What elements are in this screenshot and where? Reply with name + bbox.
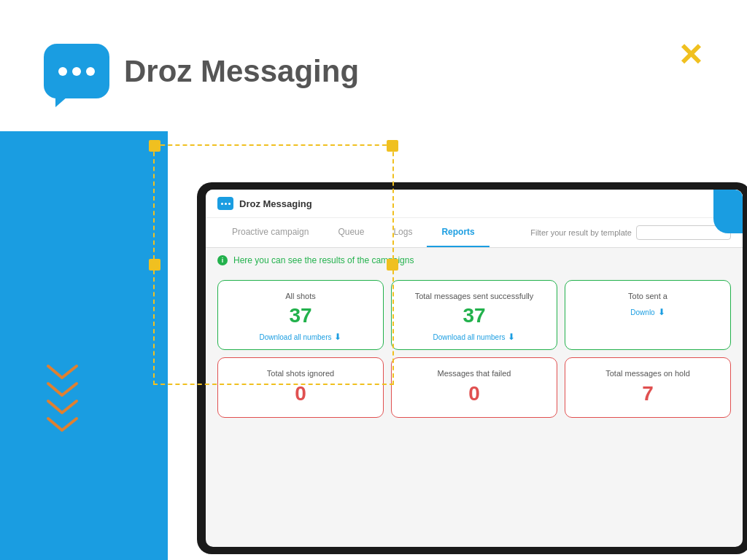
filter-section: Filter your result by template [530, 225, 731, 240]
stat-value-all-shots: 37 [227, 306, 374, 326]
stat-label-messages-on-hold: Total messages on hold [574, 368, 721, 378]
stat-card-sent-successfully: Total messages sent successfully 37 Down… [391, 280, 557, 350]
download-icon-3: ⬇ [658, 307, 665, 317]
inner-dot-1 [221, 203, 223, 205]
logo-dot-1 [58, 67, 67, 76]
header: Droz Messaging [44, 44, 359, 98]
selection-handle-tr[interactable] [387, 140, 398, 152]
stat-label-messages-failed: Messages that failed [400, 368, 548, 378]
stat-value-messages-failed: 0 [400, 384, 548, 404]
stat-value-sent-successfully: 37 [400, 306, 548, 326]
info-icon: i [217, 255, 228, 265]
app-logo-icon [44, 44, 109, 98]
inner-dot-2 [225, 203, 227, 205]
stat-card-messages-failed: Messages that failed 0 [391, 357, 557, 417]
device-frame: Droz Messaging Proactive campaign Queue … [197, 182, 747, 554]
tab-logs[interactable]: Logs [379, 218, 427, 247]
filter-label: Filter your result by template [530, 228, 632, 237]
stat-value-shots-ignored: 0 [227, 384, 374, 404]
stat-download-all-shots[interactable]: Download all numbers ⬇ [227, 332, 374, 342]
logo-dot-2 [72, 67, 81, 76]
nav-tabs: Proactive campaign Queue Logs Reports Fi… [206, 218, 743, 248]
blue-accent-decoration [713, 190, 743, 233]
stat-label-all-shots: All shots [227, 291, 374, 301]
blue-background [0, 131, 168, 560]
close-button[interactable]: ✕ [678, 40, 703, 71]
stat-card-toto-sent: Toto sent a Downlo ⬇ [565, 280, 731, 350]
inner-dot-3 [228, 203, 231, 205]
tab-proactive-campaign[interactable]: Proactive campaign [217, 218, 323, 247]
inner-app-title: Droz Messaging [239, 198, 312, 209]
info-message: Here you can see the results of the camp… [233, 255, 414, 265]
device-screen: Droz Messaging Proactive campaign Queue … [206, 190, 743, 547]
chevron-arrows [42, 357, 82, 438]
bottom-stats-grid: Total shots ignored 0 Messages that fail… [206, 357, 743, 424]
stat-label-shots-ignored: Total shots ignored [227, 368, 374, 378]
stat-card-all-shots: All shots 37 Download all numbers ⬇ [217, 280, 384, 350]
stat-label-sent-successfully: Total messages sent successfully [400, 291, 548, 301]
logo-dots [58, 67, 95, 76]
inner-app-header: Droz Messaging [206, 190, 743, 218]
info-bar: i Here you can see the results of the ca… [206, 248, 743, 273]
stat-download-toto-sent[interactable]: Downlo ⬇ [574, 307, 721, 317]
inner-app-logo [217, 197, 233, 210]
stat-label-toto-sent: Toto sent a [574, 291, 721, 301]
tab-queue[interactable]: Queue [323, 218, 379, 247]
stat-card-shots-ignored: Total shots ignored 0 [217, 357, 384, 417]
stat-download-sent-successfully[interactable]: Download all numbers ⬇ [400, 332, 548, 342]
top-stats-grid: All shots 37 Download all numbers ⬇ Tota… [206, 273, 743, 357]
download-icon-1: ⬇ [334, 332, 341, 342]
logo-dot-3 [86, 67, 95, 76]
stat-card-messages-on-hold: Total messages on hold 7 [565, 357, 731, 417]
tab-reports[interactable]: Reports [427, 218, 489, 247]
inner-logo-dots [221, 203, 231, 205]
app-title: Droz Messaging [124, 54, 359, 89]
stat-value-messages-on-hold: 7 [574, 384, 721, 404]
download-icon-2: ⬇ [508, 332, 515, 342]
